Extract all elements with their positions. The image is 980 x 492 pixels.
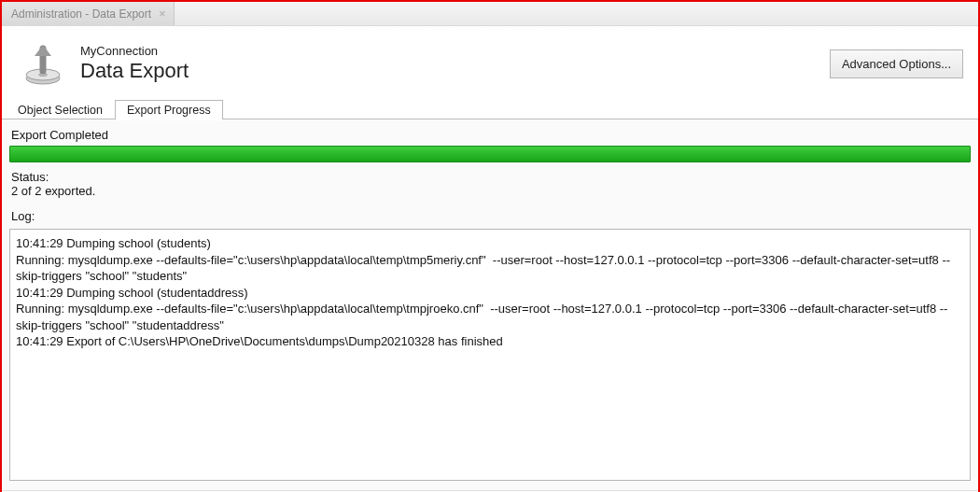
export-disk-icon bbox=[17, 37, 69, 90]
page-title: Data Export bbox=[80, 59, 189, 83]
app-tab-strip: Administration - Data Export × bbox=[2, 2, 978, 26]
tab-export-progress[interactable]: Export Progress bbox=[115, 100, 223, 119]
log-textarea[interactable]: 10:41:29 Dumping school (students) Runni… bbox=[9, 229, 971, 481]
close-icon[interactable]: × bbox=[159, 7, 166, 20]
sub-tab-bar: Object Selection Export Progress bbox=[2, 97, 978, 119]
progress-bar bbox=[9, 146, 971, 162]
app-tab-label: Administration - Data Export bbox=[11, 7, 151, 21]
advanced-options-button[interactable]: Advanced Options... bbox=[830, 49, 963, 78]
window-frame: Administration - Data Export × MyConnect… bbox=[0, 0, 980, 492]
tab-object-selection[interactable]: Object Selection bbox=[6, 100, 115, 119]
status-label: Status: bbox=[7, 168, 973, 184]
progress-bar-fill bbox=[10, 147, 970, 162]
export-completed-heading: Export Completed bbox=[7, 120, 973, 146]
connection-name: MyConnection bbox=[80, 44, 189, 59]
tab-content-export-progress: Export Completed Status: 2 of 2 exported… bbox=[2, 119, 978, 490]
title-column: MyConnection Data Export bbox=[80, 44, 189, 83]
app-tab-administration-data-export[interactable]: Administration - Data Export × bbox=[2, 2, 175, 25]
status-value: 2 of 2 exported. bbox=[7, 184, 973, 207]
header-row: MyConnection Data Export Advanced Option… bbox=[2, 26, 978, 97]
log-label: Log: bbox=[7, 207, 973, 229]
